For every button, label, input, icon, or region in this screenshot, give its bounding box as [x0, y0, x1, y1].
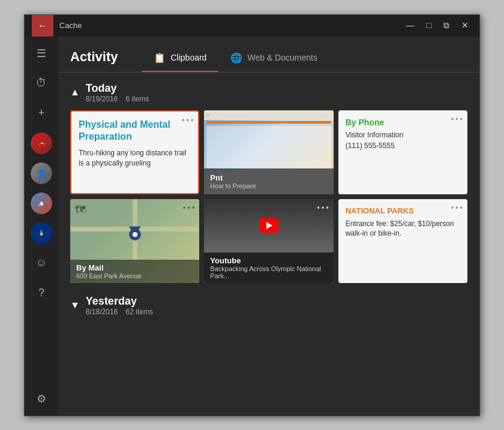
sidebar-help-icon[interactable]: ? — [31, 282, 52, 304]
avatar-3[interactable]: 🏔️ — [31, 193, 52, 214]
map-marker — [129, 221, 141, 237]
window-title: Cache — [59, 21, 403, 30]
yesterday-meta: 8/18/2016 62 items — [86, 308, 153, 316]
today-chevron[interactable]: ▲ — [70, 87, 80, 98]
tab-bar: 📋 Clipboard 🌐 Web & Documents — [142, 37, 329, 72]
card-physical-title: Physical and Mental Preparation — [79, 119, 191, 144]
map-icon: 🗺 — [75, 204, 86, 216]
card-youtube-sublabel: Backpacking Across Olympic National Park… — [210, 265, 327, 279]
content-body: ▲ Today 8/19/2016 6 items — [58, 73, 479, 416]
tab-webdocs[interactable]: 🌐 Web & Documents — [218, 46, 329, 72]
card-national-parks[interactable]: • • • NATIONAL PARKS Entrance fee: $25/c… — [338, 199, 467, 283]
youtube-play-button[interactable] — [259, 218, 278, 233]
card-2-menu[interactable]: • • • — [317, 115, 328, 124]
card-physical[interactable]: • • • Physical and Mental Preparation Th… — [70, 110, 199, 194]
sidebar-add-icon[interactable]: + — [31, 103, 52, 124]
card-pnt-footer: Pnt How to Prepare — [204, 169, 333, 194]
card-youtube-thumb: • • • — [204, 199, 333, 252]
card-phone-inner: • • • By Phone Visitor Information (111)… — [338, 110, 467, 194]
header: Activity 📋 Clipboard 🌐 Web & Documents — [58, 37, 479, 73]
card-physical-body: Thru-hiking any long distance trail is a… — [79, 148, 191, 169]
maximize-button[interactable]: □ — [423, 20, 435, 31]
yesterday-title-group: Yesterday 8/18/2016 62 items — [86, 295, 153, 316]
yesterday-count: 62 items — [126, 308, 153, 316]
avatar-2[interactable]: 👤 — [31, 163, 52, 184]
card-map-body: • • • 🗺 — [70, 199, 199, 260]
card-youtube-container: • • • Youtube Backpacking Across Olympic… — [204, 199, 333, 283]
sidebar-history-icon[interactable]: ⏱ — [31, 73, 52, 94]
restore-button[interactable]: ⧉ — [440, 20, 453, 31]
yesterday-title: Yesterday — [86, 295, 153, 308]
card-map-label: By Mail — [76, 263, 193, 272]
tab-clipboard[interactable]: 📋 Clipboard — [142, 46, 218, 72]
card-map-sublabel: 600 East Park Avenue — [76, 272, 193, 279]
card-phone[interactable]: • • • By Phone Visitor Information (111)… — [338, 110, 467, 194]
sidebar-menu-icon[interactable]: ☰ — [31, 43, 52, 64]
card-youtube-label: Youtube — [210, 256, 327, 265]
card-phone-number: (111) 555-5555 — [346, 142, 460, 150]
today-count: 6 items — [126, 95, 149, 103]
app-window: ← Cache — □ ⧉ ✕ ☰ ⏱ + 🚗 — [24, 14, 480, 416]
card-pnt-bg — [204, 110, 333, 170]
sidebar-emoji-icon[interactable]: ☺ — [31, 252, 52, 274]
card-phone-subtitle: Visitor Information — [346, 131, 460, 139]
card-pnt-container: Pnt How to Prepare — [204, 110, 333, 194]
back-icon: ← — [38, 20, 47, 31]
close-button[interactable]: ✕ — [458, 20, 472, 31]
card-youtube[interactable]: • • • Youtube Backpacking Across Olympic… — [204, 199, 333, 283]
card-3-menu[interactable]: • • • — [451, 115, 463, 124]
cards-grid: • • • Physical and Mental Preparation Th… — [70, 110, 467, 283]
main-layout: ☰ ⏱ + 🚗 👤 🏔️ — [25, 37, 479, 416]
avatar-4[interactable]: 🏅 — [31, 222, 52, 244]
card-map[interactable]: • • • 🗺 — [70, 199, 199, 283]
today-title-group: Today 8/19/2016 6 items — [86, 82, 149, 103]
card-youtube-footer: Youtube Backpacking Across Olympic Natio… — [204, 252, 333, 283]
card-phone-title: By Phone — [346, 118, 460, 127]
card-4-menu[interactable]: • • • — [183, 204, 194, 212]
card-map-container: • • • 🗺 — [70, 199, 199, 283]
card-1-menu[interactable]: • • • — [182, 116, 193, 125]
title-bar: ← Cache — □ ⧉ ✕ — [25, 15, 479, 37]
card-6-menu[interactable]: • • • — [451, 204, 463, 212]
avatar-1[interactable]: 🚗 — [31, 133, 52, 154]
card-np-inner: • • • NATIONAL PARKS Entrance fee: $25/c… — [338, 199, 467, 283]
today-title: Today — [86, 82, 149, 95]
card-pnt-title: Pnt — [210, 173, 327, 182]
back-button[interactable]: ← — [32, 15, 53, 37]
globe-icon: 🌐 — [230, 52, 242, 64]
window-controls: — □ ⧉ ✕ — [403, 20, 472, 31]
card-map-footer: By Mail 600 East Park Avenue — [70, 260, 199, 283]
card-pnt-sublabel: How to Prepare — [210, 182, 327, 190]
sidebar-settings-icon[interactable]: ⚙ — [31, 388, 52, 410]
card-np-body: Entrance fee: $25/car, $10/person walk-i… — [346, 219, 460, 239]
today-section-header: ▲ Today 8/19/2016 6 items — [70, 82, 467, 103]
minimize-button[interactable]: — — [403, 20, 418, 31]
card-5-menu[interactable]: • • • — [317, 204, 328, 212]
content-area: Activity 📋 Clipboard 🌐 Web & Documents — [58, 37, 479, 416]
yesterday-chevron[interactable]: ▼ — [70, 300, 80, 311]
page-title: Activity — [70, 49, 118, 72]
tab-webdocs-label: Web & Documents — [247, 53, 317, 62]
today-meta: 8/19/2016 6 items — [86, 95, 149, 103]
today-date: 8/19/2016 — [86, 95, 118, 103]
yesterday-section-header: ▼ Yesterday 8/18/2016 62 items — [70, 295, 467, 316]
card-pnt[interactable]: • • • — [204, 110, 333, 194]
card-np-title: NATIONAL PARKS — [346, 206, 460, 215]
sidebar: ☰ ⏱ + 🚗 👤 🏔️ — [25, 37, 58, 416]
tab-clipboard-label: Clipboard — [170, 53, 206, 62]
card-physical-inner: • • • Physical and Mental Preparation Th… — [71, 112, 198, 193]
clipboard-icon: 📋 — [154, 52, 166, 64]
yesterday-date: 8/18/2016 — [86, 308, 118, 316]
